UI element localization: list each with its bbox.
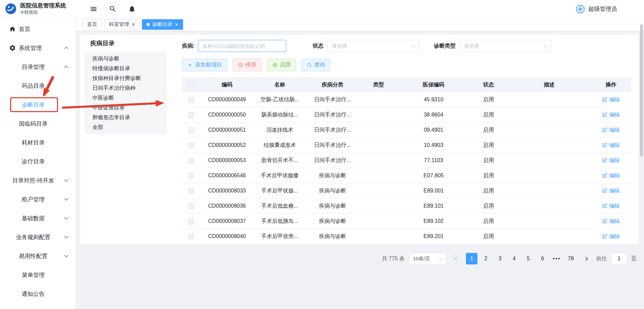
row-checkbox[interactable] — [188, 173, 194, 179]
page-button-2[interactable]: 2 — [480, 253, 492, 264]
cell-code: CD0000000050 — [200, 112, 254, 118]
sidebar-item-0[interactable]: 首页 — [0, 20, 76, 38]
sidebar-item-4[interactable]: 诊断目录 — [0, 95, 76, 114]
row-checkbox[interactable] — [188, 97, 194, 103]
column-header-1: 名称 — [254, 81, 305, 88]
enable-button[interactable]: 启用 — [267, 59, 296, 71]
edit-button[interactable]: 编辑 — [602, 172, 620, 179]
edit-button[interactable]: 编辑 — [602, 203, 620, 210]
prev-page-button[interactable] — [450, 253, 462, 264]
sidebar-item-1[interactable]: 系统管理 — [0, 38, 76, 57]
column-header-5: 状态 — [469, 81, 507, 88]
sidebar-item-label: 国临码目录 — [19, 120, 48, 128]
query-button[interactable]: 查询 — [301, 59, 330, 71]
next-page-button[interactable] — [581, 253, 592, 264]
catalog-panel-title: 疾病目录 — [90, 39, 171, 47]
sidebar-item-7[interactable]: 诊疗目录 — [0, 152, 76, 171]
tab-label: 首页 — [87, 21, 97, 28]
cell-name: 肠系膜动脉结... — [254, 111, 305, 119]
select-all-checkbox[interactable] — [188, 82, 194, 88]
tab-close-icon[interactable]: × — [175, 22, 178, 27]
tabbar: 首页科室管理×诊断目录× — [76, 18, 644, 31]
catalog-item-1[interactable]: 特慢病诊断目录 — [84, 63, 167, 73]
window-scrollbar[interactable] — [640, 24, 643, 157]
tab-close-icon[interactable]: × — [132, 22, 135, 27]
tab-0[interactable]: 首页 — [82, 19, 102, 30]
edit-button[interactable]: 编辑 — [602, 142, 620, 149]
catalog-item-4[interactable]: 中医诊断 — [84, 93, 167, 103]
edit-button[interactable]: 编辑 — [602, 157, 620, 164]
sidebar-item-label: 易用性配置 — [19, 252, 48, 260]
edit-button[interactable]: 编辑 — [602, 127, 620, 134]
row-checkbox[interactable] — [188, 112, 194, 118]
sidebar-item-3[interactable]: 药品目录 — [0, 76, 76, 95]
tab-1[interactable]: 科室管理× — [104, 19, 140, 30]
user-menu[interactable]: 超级管理员 — [576, 4, 644, 14]
row-checkbox[interactable] — [188, 127, 194, 133]
sidebar-item-14[interactable]: 通知公告 — [0, 284, 76, 303]
page-button-1[interactable]: 1 — [466, 253, 477, 264]
row-checkbox[interactable] — [188, 234, 194, 239]
cell-category: 日间手术治疗... — [305, 96, 359, 103]
page-button-5[interactable]: 5 — [523, 253, 534, 264]
page-button-3[interactable]: 3 — [494, 253, 506, 264]
sidebar-item-11[interactable]: 业务规则配置 — [0, 228, 76, 247]
bell-icon[interactable] — [128, 5, 136, 13]
page-button-6[interactable]: 6 — [537, 253, 548, 264]
row-checkbox[interactable] — [188, 203, 194, 209]
sidebar-item-5[interactable]: 国临码目录 — [0, 114, 76, 133]
disease-search-input[interactable] — [198, 40, 286, 52]
sidebar-item-10[interactable]: 基础数据 — [0, 209, 76, 228]
row-checkbox[interactable] — [188, 188, 194, 194]
page-button-4[interactable]: 4 — [508, 253, 520, 264]
sidebar-item-13[interactable]: 菜单管理 — [0, 265, 76, 284]
column-header-6: 描述 — [508, 81, 591, 88]
goto-page-input[interactable] — [611, 253, 627, 264]
row-checkbox[interactable] — [188, 158, 194, 163]
diagnosis-type-select[interactable]: 请选择 — [460, 40, 551, 52]
cell-name: 手术后甲状腺... — [254, 187, 305, 195]
table-row: CD0000008037手术后低胰岛...疾病与诊断E89.102启用编辑 — [182, 214, 631, 229]
table-row: CD0000008036手术后低血糖...疾病与诊断E89.101启用编辑 — [182, 199, 631, 214]
catalog-item-2[interactable]: 按病种目录付费诊断 — [84, 73, 167, 83]
page-button-78[interactable]: 78 — [565, 253, 577, 264]
edit-button[interactable]: 编辑 — [602, 187, 620, 195]
app-title: 医院信息管理系统 — [20, 2, 66, 9]
active-tab-dot-icon — [147, 23, 150, 26]
catalog-item-0[interactable]: 疾病与诊断 — [84, 54, 167, 63]
status-select[interactable]: 请选择 — [327, 40, 419, 52]
sidebar-item-8[interactable]: 目录对照-待开发 — [0, 171, 76, 190]
catalog-item-7[interactable]: 全部 — [84, 122, 167, 132]
add-item-button[interactable]: 添加新项目 — [182, 59, 227, 71]
enable-label: 启用 — [280, 61, 291, 69]
sidebar-item-2[interactable]: 目录管理 — [0, 57, 76, 76]
cell-status: 启用 — [469, 157, 507, 164]
collapse-menu-icon[interactable] — [90, 5, 97, 13]
topbar-icons — [76, 5, 136, 13]
cell-category: 疾病与诊断 — [305, 172, 359, 179]
page-size-select[interactable]: 10条/页 — [409, 253, 446, 264]
catalog-item-5[interactable]: 中医证候目录 — [84, 103, 167, 112]
edit-button[interactable]: 编辑 — [602, 218, 620, 225]
edit-button[interactable]: 编辑 — [602, 96, 620, 103]
more-pages-button[interactable]: ••• — [551, 253, 562, 264]
sidebar-item-9[interactable]: 租户管理 — [0, 190, 76, 209]
total-count: 共 775 条 — [382, 255, 405, 262]
sidebar-item-12[interactable]: 易用性配置 — [0, 247, 76, 265]
search-icon[interactable] — [109, 5, 117, 13]
catalog-item-3[interactable]: 日间手术治疗病种 — [84, 83, 167, 93]
edit-button[interactable]: 编辑 — [602, 111, 620, 119]
column-header-2: 疾病分类 — [305, 81, 359, 88]
page-size-value: 10条/页 — [413, 256, 430, 262]
cell-insurance-code: E89.201 — [398, 233, 469, 239]
sidebar-item-label: 菜单管理 — [22, 271, 45, 279]
row-checkbox[interactable] — [188, 143, 194, 148]
catalog-item-6[interactable]: 肿瘤形态学目录 — [84, 112, 167, 122]
edit-button[interactable]: 编辑 — [602, 233, 620, 240]
sidebar-item-6[interactable]: 耗材目录 — [0, 133, 76, 152]
disable-button[interactable]: 停用 — [233, 59, 262, 71]
cell-code: CD0000008037 — [200, 218, 254, 224]
tab-2[interactable]: 诊断目录× — [142, 19, 183, 30]
chevron-up-icon — [64, 65, 68, 70]
row-checkbox[interactable] — [188, 218, 194, 224]
